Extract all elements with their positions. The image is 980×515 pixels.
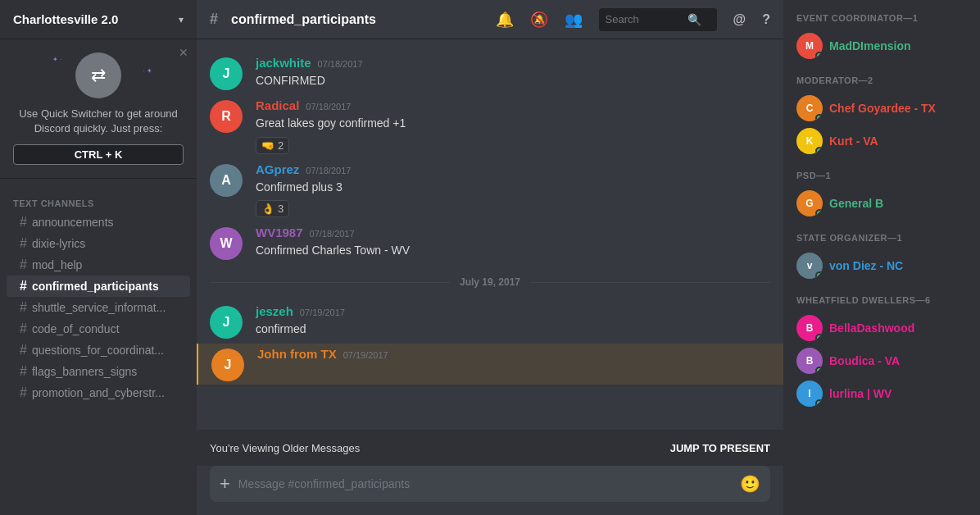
sidebar-channel-shuttle-service-informat---[interactable]: #shuttle_service_informat... [7,297,190,318]
online-status-dot [815,52,823,59]
qs-arrows-icon: ⇄ [91,65,106,86]
sidebar-channel-dixie-lyrics[interactable]: #dixie-lyrics [7,233,190,254]
channel-name: promotion_and_cyberstr... [32,386,165,399]
reaction-emoji: 👌 [261,203,274,215]
message-timestamp: 07/18/2017 [306,166,351,175]
message-header: John from TX 07/19/2017 [257,347,770,361]
message-group-msg2: R Radical 07/18/2017 Great lakes goy con… [197,95,783,157]
sidebar-channel-mod-help[interactable]: #mod_help [7,254,190,276]
emoji-button[interactable]: 🙂 [740,474,760,494]
message-timestamp: 07/18/2017 [306,102,351,112]
avatar: J [210,306,243,339]
member-item[interactable]: K Kurt - VA [790,125,973,157]
member-name: Kurt - VA [829,134,878,148]
server-header[interactable]: Charlottesville 2.0 ▾ [0,0,197,39]
message-text: Confirmed plus 3 [256,180,770,196]
message-group-msg6: J John from TX 07/19/2017 [197,344,783,385]
top-bar: # confirmed_participants 🔔 🔕 👥 🔍 @ ? [197,0,783,39]
message-timestamp: 07/19/2017 [300,308,345,317]
member-avatar: B [796,315,823,341]
channel-hash-icon: # [20,321,27,336]
channel-name: code_of_conduct [32,322,120,335]
add-attachment-button[interactable]: + [220,473,230,494]
members-icon[interactable]: 👥 [565,11,583,29]
message-username[interactable]: Radical [256,98,299,112]
server-chevron-icon: ▾ [179,14,184,25]
message-reaction[interactable]: 👌3 [256,200,289,217]
avatar: J [210,57,243,90]
channel-title: confirmed_participants [231,12,376,27]
older-messages-text: You're Viewing Older Messages [210,442,360,454]
help-icon[interactable]: ? [762,12,770,27]
date-text: July 19, 2017 [450,276,530,288]
message-group-msg5: J jeszeh 07/19/2017 confirmed [197,301,783,342]
message-header: jeszeh 07/19/2017 [256,304,770,318]
message-header: Radical 07/18/2017 [256,98,770,112]
channel-hash-icon: # [20,258,27,272]
sidebar-channel-code-of-conduct[interactable]: #code_of_conduct [7,318,190,340]
sidebar-channel-promotion-and-cyberstr---[interactable]: #promotion_and_cyberstr... [7,382,190,403]
role-section-WHEATFIELD-DWELLERS-6: WHEATFIELD DWELLERS—6 B BellaDashwood B … [790,292,973,410]
online-status-dot [815,271,823,279]
date-line-right [530,282,770,283]
at-mention-icon[interactable]: @ [733,12,746,27]
member-item[interactable]: l lurlina | WV [790,377,973,410]
channel-name: dixie-lyrics [32,237,85,250]
channel-name: flags_banners_signs [32,365,137,378]
search-bar[interactable]: 🔍 [599,8,717,31]
avatar: W [210,227,243,260]
message-header: AGprez 07/18/2017 [256,162,770,176]
message-input-box: + 🙂 [210,466,770,502]
message-username[interactable]: jackwhite [256,56,311,70]
member-item[interactable]: G General B [790,187,973,220]
older-messages-bar: You're Viewing Older Messages JUMP TO PR… [197,430,783,466]
channel-hash-icon: # [210,11,218,28]
sidebar-channel-flags-banners-signs[interactable]: #flags_banners_signs [7,361,190,382]
role-section-MODERATOR-2: MODERATOR—2 C Chef Goyardee - TX K Kurt … [790,72,973,157]
message-content: John from TX 07/19/2017 [257,347,770,364]
message-text: Confirmed Charles Town - WV [256,243,770,259]
message-input[interactable] [238,477,732,490]
message-header: WV1987 07/18/2017 [256,226,770,239]
message-timestamp: 07/18/2017 [310,229,355,239]
qs-description: Use Quick Switcher to get around Discord… [13,107,184,136]
sidebar-channel-announcements[interactable]: #announcements [7,212,190,233]
bell-icon[interactable]: 🔔 [496,11,514,29]
message-username[interactable]: John from TX [257,347,337,361]
message-text: confirmed [256,321,770,338]
message-timestamp: 07/19/2017 [343,350,388,360]
role-label: MODERATOR—2 [790,72,973,89]
online-status-dot [815,334,823,341]
member-item[interactable]: B BellaDashwood [790,312,973,344]
member-item[interactable]: v von Diez - NC [790,249,973,282]
online-status-dot [815,114,823,121]
online-status-dot [815,147,823,154]
sidebar-channel-questions-for-coordinat---[interactable]: #questions_for_coordinat... [7,340,190,361]
channel-hash-icon: # [20,215,27,230]
channel-hash-icon: # [20,279,27,294]
member-name: Boudica - VA [829,354,900,367]
message-input-area: + 🙂 [197,466,783,515]
message-username[interactable]: AGprez [256,162,299,176]
mute-notifications-icon[interactable]: 🔕 [530,11,548,29]
channel-hash-icon: # [20,236,27,251]
member-avatar: v [796,253,823,279]
date-divider: July 19, 2017 [197,270,783,294]
message-reaction[interactable]: 🤜2 [256,137,289,154]
date-line-left [210,282,450,283]
channel-name: confirmed_participants [32,280,159,293]
member-item[interactable]: C Chef Goyardee - TX [790,92,973,125]
message-username[interactable]: WV1987 [256,226,303,239]
messages-area: J jackwhite 07/18/2017 CONFIRMED R Radic… [197,39,783,430]
message-username[interactable]: jeszeh [256,304,293,318]
sidebar: Charlottesville 2.0 ▾ ✕ ✦ · ⇄ · ✦ Use Qu… [0,0,197,515]
text-channels-label: TEXT CHANNELS [0,185,197,212]
jump-to-present-button[interactable]: JUMP TO PRESENT [670,442,770,454]
member-item[interactable]: M MadDImension [790,30,973,62]
qs-icon-container: ✦ · ⇄ · ✦ [13,52,184,98]
sidebar-channel-confirmed-participants[interactable]: #confirmed_participants [7,276,190,297]
top-bar-icons: 🔔 🔕 👥 🔍 @ ? [496,8,770,31]
search-input[interactable] [606,13,687,25]
online-status-dot [815,367,823,374]
member-item[interactable]: B Boudica - VA [790,344,973,377]
